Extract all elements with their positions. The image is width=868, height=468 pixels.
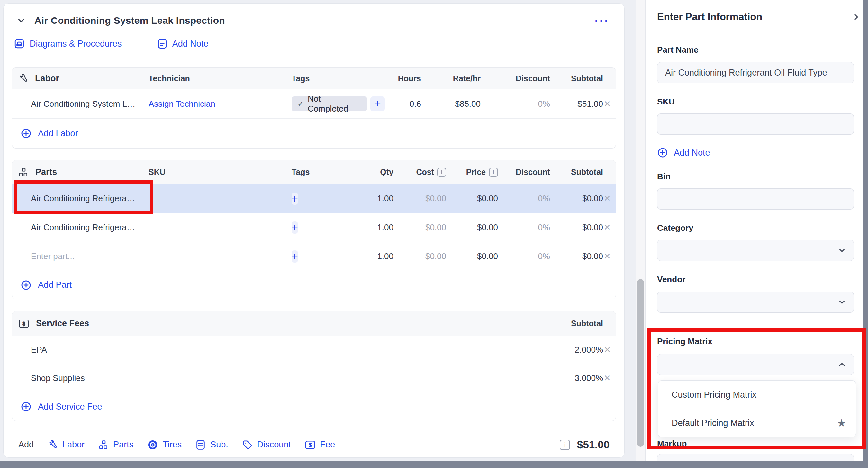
labor-table: Labor Technician Tags Hours Rate/hr Disc… xyxy=(12,67,616,149)
total-info-icon[interactable]: i xyxy=(560,440,570,450)
fee-subtotal[interactable]: 3.000% xyxy=(536,373,603,383)
add-part-button[interactable]: Add Part xyxy=(12,271,616,299)
scrollbar-thumb[interactable] xyxy=(637,279,644,447)
service-card: Air Conditioning System Leak Inspection … xyxy=(3,3,625,458)
part-info-panel: Enter Part Information Part Name Air Con… xyxy=(645,0,864,461)
add-labor-button[interactable]: Add Labor xyxy=(12,119,616,148)
parts-table: Parts SKU Tags Qty Costi Pricei Discount… xyxy=(12,160,616,299)
add-tag-button[interactable]: + xyxy=(370,96,385,111)
footer-add-sublet[interactable]: Sub. xyxy=(196,440,228,450)
part-qty[interactable]: 1.00 xyxy=(356,251,394,261)
add-tag-button[interactable]: + xyxy=(291,221,298,234)
pricing-matrix-label: Pricing Matrix xyxy=(657,337,712,346)
remove-fee-button[interactable]: ✕ xyxy=(603,345,616,355)
add-tag-button[interactable]: + xyxy=(291,192,298,205)
part-cost[interactable]: $0.00 xyxy=(394,251,446,261)
footer-add-tires[interactable]: Tires xyxy=(148,440,182,450)
part-cost[interactable]: $0.00 xyxy=(394,193,446,204)
part-discount[interactable]: 0% xyxy=(498,222,550,232)
parts-col-subtotal: Subtotal xyxy=(550,167,603,177)
labor-hours[interactable]: 0.6 xyxy=(385,99,421,109)
sku-label: SKU xyxy=(657,97,675,107)
part-price[interactable]: $0.00 xyxy=(446,193,498,204)
part-row-selected[interactable]: Air Conditioning Refrigera… – + 1.00 $0.… xyxy=(12,184,616,213)
fee-subtotal[interactable]: 2.000% xyxy=(536,345,603,355)
cost-info-icon[interactable]: i xyxy=(437,168,446,177)
remove-fee-button[interactable]: ✕ xyxy=(603,373,616,383)
part-name[interactable]: Air Conditioning Refrigera… xyxy=(12,193,149,204)
service-fees-header: $ Service Fees Subtotal xyxy=(12,311,616,336)
parts-col-sku: SKU xyxy=(149,167,291,177)
remove-labor-button[interactable]: ✕ xyxy=(603,99,616,109)
remove-part-button[interactable]: ✕ xyxy=(603,193,616,204)
part-price[interactable]: $0.00 xyxy=(446,222,498,232)
part-sku[interactable]: – xyxy=(149,222,291,232)
option-default-pricing-matrix[interactable]: Default Pricing Matrix ★ xyxy=(658,409,856,437)
fees-col-subtotal: Subtotal xyxy=(536,319,603,328)
footer-add-discount[interactable]: Discount xyxy=(242,440,291,450)
plus-circle-icon xyxy=(21,280,31,290)
price-info-icon[interactable]: i xyxy=(489,168,498,177)
part-sku[interactable]: – xyxy=(149,193,291,204)
more-menu-button[interactable]: ··· xyxy=(595,19,610,22)
add-note-link[interactable]: Add Note xyxy=(157,38,209,49)
category-select[interactable] xyxy=(657,240,854,261)
part-row[interactable]: Air Conditioning Refrigera… – + 1.00 $0.… xyxy=(12,213,616,242)
option-custom-pricing-matrix[interactable]: Custom Pricing Matrix xyxy=(658,381,856,409)
bin-field[interactable] xyxy=(657,188,854,210)
diagrams-procedures-link[interactable]: Diagrams & Procedures xyxy=(14,38,122,49)
labor-tag-pill[interactable]: ✓ Not Completed xyxy=(291,96,367,111)
labor-discount[interactable]: 0% xyxy=(480,99,550,109)
wrench-icon xyxy=(48,440,58,450)
fee-row: EPA 2.000% ✕ xyxy=(12,336,616,364)
fee-icon: $ xyxy=(305,440,315,449)
part-cost[interactable]: $0.00 xyxy=(394,222,446,232)
part-sku[interactable]: – xyxy=(149,251,291,261)
labor-tag-label: Not Completed xyxy=(308,94,361,114)
sublet-doc-icon xyxy=(196,440,206,450)
panel-add-note-link[interactable]: Add Note xyxy=(657,147,710,158)
labor-rate[interactable]: $85.00 xyxy=(421,99,480,109)
part-qty[interactable]: 1.00 xyxy=(356,222,394,232)
category-label: Category xyxy=(657,223,693,233)
part-discount[interactable]: 0% xyxy=(498,251,550,261)
footer-add-parts[interactable]: Parts xyxy=(99,440,133,450)
footer-add-fee[interactable]: $ Fee xyxy=(305,440,335,450)
fee-row: Shop Supplies 3.000% ✕ xyxy=(12,364,616,393)
labor-col-hours: Hours xyxy=(385,74,421,83)
svg-text:$: $ xyxy=(309,442,311,448)
sku-field[interactable] xyxy=(657,114,854,135)
bin-label: Bin xyxy=(657,171,671,182)
chevron-right-icon[interactable] xyxy=(852,13,860,21)
pricing-matrix-select[interactable] xyxy=(657,354,854,375)
parts-col-qty: Qty xyxy=(356,167,394,177)
add-note-label: Add Note xyxy=(172,39,209,49)
part-name-field[interactable]: Air Conditioning Refrigerant Oil Fluid T… xyxy=(657,62,854,83)
part-name[interactable]: Air Conditioning Refrigera… xyxy=(12,222,149,232)
remove-part-button[interactable]: ✕ xyxy=(603,222,616,232)
vendor-label: Vendor xyxy=(657,275,685,284)
discount-tag-icon xyxy=(242,440,252,450)
scrollbar-track[interactable] xyxy=(636,0,645,461)
add-tag-button[interactable]: + xyxy=(291,250,298,262)
collapse-chevron-icon[interactable] xyxy=(17,16,26,25)
assign-technician-link[interactable]: Assign Technician xyxy=(149,99,291,109)
part-price[interactable]: $0.00 xyxy=(446,251,498,261)
service-total: $51.00 xyxy=(577,439,610,451)
labor-name[interactable]: Air Conditioning System L… xyxy=(12,99,149,109)
part-subtotal: $0.00 xyxy=(550,251,603,261)
part-row-empty[interactable]: Enter part... – + 1.00 $0.00 $0.00 0% $0… xyxy=(12,242,616,271)
pricing-matrix-dropdown: Custom Pricing Matrix Default Pricing Ma… xyxy=(658,380,856,437)
part-name-input[interactable]: Enter part... xyxy=(12,251,149,261)
part-qty[interactable]: 1.00 xyxy=(356,193,394,204)
footer-add-labor[interactable]: Labor xyxy=(48,440,85,450)
chevron-down-icon xyxy=(837,246,846,255)
remove-part-button[interactable]: ✕ xyxy=(603,251,616,261)
vendor-select[interactable] xyxy=(657,291,854,313)
add-service-fee-button[interactable]: Add Service Fee xyxy=(12,393,616,421)
panel-divider xyxy=(646,324,864,324)
part-discount[interactable]: 0% xyxy=(498,193,550,204)
fee-name[interactable]: EPA xyxy=(12,345,536,355)
labor-table-header: Labor Technician Tags Hours Rate/hr Disc… xyxy=(12,68,616,89)
fee-name[interactable]: Shop Supplies xyxy=(12,373,536,383)
